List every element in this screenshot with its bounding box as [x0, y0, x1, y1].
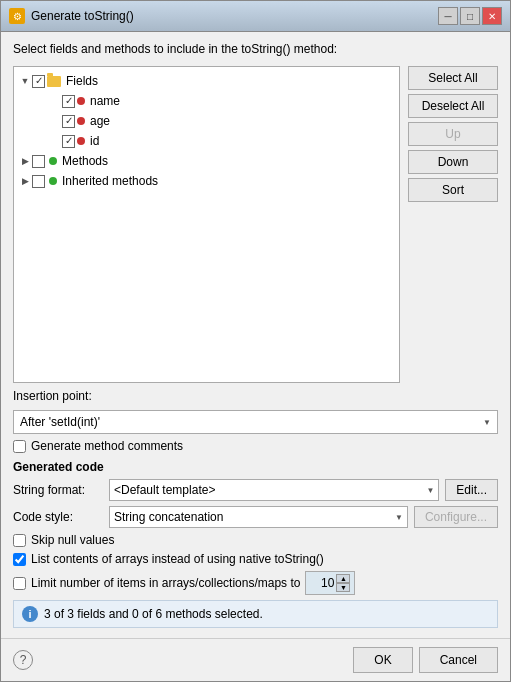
dot-methods — [49, 157, 57, 165]
title-bar-left: ⚙ Generate toString() — [9, 8, 134, 24]
skip-null-label: Skip null values — [31, 533, 114, 547]
window-icon: ⚙ — [9, 8, 25, 24]
ok-button[interactable]: OK — [353, 647, 412, 673]
expander-id — [48, 134, 62, 148]
tree-item-methods[interactable]: ▶ Methods — [14, 151, 399, 171]
expander-fields[interactable]: ▼ — [18, 74, 32, 88]
sort-button[interactable]: Sort — [408, 178, 498, 202]
code-style-combo[interactable]: String concatenation ▼ — [109, 506, 408, 528]
limit-items-row: Limit number of items in arrays/collecti… — [13, 571, 498, 595]
help-icon[interactable]: ? — [13, 650, 33, 670]
status-info-row: i 3 of 3 fields and 0 of 6 methods selec… — [13, 600, 498, 628]
up-button[interactable]: Up — [408, 122, 498, 146]
dot-id — [77, 137, 85, 145]
dialog-content: Select fields and methods to include in … — [1, 32, 510, 638]
string-format-row: String format: <Default template> ▼ Edit… — [13, 479, 498, 501]
edit-button[interactable]: Edit... — [445, 479, 498, 501]
maximize-button[interactable]: □ — [460, 7, 480, 25]
string-format-combo[interactable]: <Default template> ▼ — [109, 479, 439, 501]
select-all-button[interactable]: Select All — [408, 66, 498, 90]
code-style-row: Code style: String concatenation ▼ Confi… — [13, 506, 498, 528]
tree-panel[interactable]: ▼ Fields name age — [13, 66, 400, 383]
code-style-label: Code style: — [13, 510, 103, 524]
dot-inherited — [49, 177, 57, 185]
tree-item-id[interactable]: id — [14, 131, 399, 151]
label-methods: Methods — [62, 154, 108, 168]
skip-null-row: Skip null values — [13, 533, 498, 547]
tree-item-inherited[interactable]: ▶ Inherited methods — [14, 171, 399, 191]
list-contents-label: List contents of arrays instead of using… — [31, 552, 324, 566]
checkbox-inherited[interactable] — [32, 175, 45, 188]
title-bar: ⚙ Generate toString() ─ □ ✕ — [1, 1, 510, 32]
tree-item-age[interactable]: age — [14, 111, 399, 131]
generate-comments-label: Generate method comments — [31, 439, 183, 453]
code-style-arrow-icon: ▼ — [395, 513, 403, 522]
insertion-value: After 'setId(int)' — [20, 415, 100, 429]
generate-comments-checkbox[interactable] — [13, 440, 26, 453]
label-age: age — [90, 114, 110, 128]
status-text: 3 of 3 fields and 0 of 6 methods selecte… — [44, 607, 263, 621]
dialog-window: ⚙ Generate toString() ─ □ ✕ Select field… — [0, 0, 511, 682]
string-format-value: <Default template> — [114, 483, 215, 497]
bottom-section: Insertion point: After 'setId(int)' ▼ Ge… — [13, 389, 498, 628]
deselect-all-button[interactable]: Deselect All — [408, 94, 498, 118]
dialog-footer: ? OK Cancel — [1, 638, 510, 681]
right-buttons: Select All Deselect All Up Down Sort — [408, 66, 498, 383]
folder-icon-fields — [47, 76, 61, 87]
title-controls: ─ □ ✕ — [438, 7, 502, 25]
checkbox-methods[interactable] — [32, 155, 45, 168]
tree-item-name[interactable]: name — [14, 91, 399, 111]
label-inherited: Inherited methods — [62, 174, 158, 188]
expander-methods[interactable]: ▶ — [18, 154, 32, 168]
spinner-up-button[interactable]: ▲ — [336, 574, 350, 583]
list-contents-row: List contents of arrays instead of using… — [13, 552, 498, 566]
label-fields: Fields — [66, 74, 98, 88]
limit-items-checkbox[interactable] — [13, 577, 26, 590]
string-format-arrow-icon: ▼ — [426, 486, 434, 495]
insertion-combo[interactable]: After 'setId(int)' ▼ — [13, 410, 498, 434]
spinner-down-button[interactable]: ▼ — [336, 583, 350, 592]
label-id: id — [90, 134, 99, 148]
expander-name — [48, 94, 62, 108]
configure-button[interactable]: Configure... — [414, 506, 498, 528]
dot-name — [77, 97, 85, 105]
window-title: Generate toString() — [31, 9, 134, 23]
skip-null-checkbox[interactable] — [13, 534, 26, 547]
cancel-button[interactable]: Cancel — [419, 647, 498, 673]
string-format-label: String format: — [13, 483, 103, 497]
checkbox-name[interactable] — [62, 95, 75, 108]
code-style-value: String concatenation — [114, 510, 223, 524]
label-name: name — [90, 94, 120, 108]
tree-item-fields[interactable]: ▼ Fields — [14, 71, 399, 91]
insertion-arrow-icon: ▼ — [483, 418, 491, 427]
down-button[interactable]: Down — [408, 150, 498, 174]
expander-inherited[interactable]: ▶ — [18, 174, 32, 188]
spinner-value: 10 — [310, 576, 334, 590]
checkbox-fields[interactable] — [32, 75, 45, 88]
dot-age — [77, 117, 85, 125]
expander-age — [48, 114, 62, 128]
checkbox-id[interactable] — [62, 135, 75, 148]
generated-code-title: Generated code — [13, 460, 498, 474]
limit-items-spinner[interactable]: 10 ▲ ▼ — [305, 571, 355, 595]
generate-comments-row: Generate method comments — [13, 439, 498, 453]
info-icon: i — [22, 606, 38, 622]
insertion-label: Insertion point: — [13, 389, 498, 403]
checkbox-age[interactable] — [62, 115, 75, 128]
description-text: Select fields and methods to include in … — [13, 42, 498, 56]
limit-items-label: Limit number of items in arrays/collecti… — [31, 576, 300, 590]
close-button[interactable]: ✕ — [482, 7, 502, 25]
main-row: ▼ Fields name age — [13, 66, 498, 383]
spinner-buttons: ▲ ▼ — [336, 574, 350, 592]
footer-buttons: OK Cancel — [353, 647, 498, 673]
minimize-button[interactable]: ─ — [438, 7, 458, 25]
list-contents-checkbox[interactable] — [13, 553, 26, 566]
